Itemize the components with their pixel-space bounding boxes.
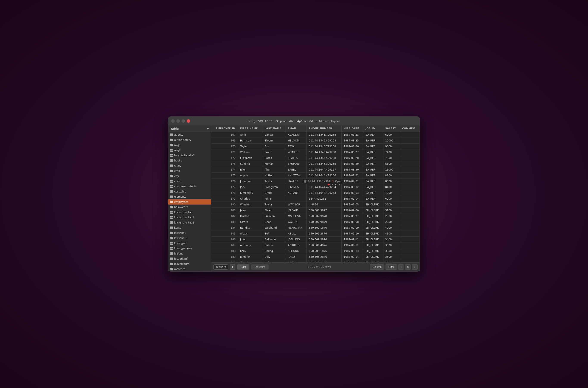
- sidebar-item-klicks_pro_tag2[interactable]: klicks_pro_tag2: [168, 220, 211, 225]
- cell-data: Bloom: [262, 138, 286, 144]
- cell-id: 172: [211, 155, 238, 161]
- table-row[interactable]: 186JuliaDellingerJDELLING650.509.3876198…: [211, 237, 420, 242]
- window-title: PostgreSQL 10.11 : PG prod : dbmq4p6tsce…: [248, 120, 340, 123]
- table-row[interactable]: 167AmitBandaABANDA011.44.1346.7292681987…: [211, 132, 420, 138]
- table-row[interactable]: 188KellyChungKCHUNG650.505.18761987-09-1…: [211, 248, 420, 254]
- cell-data: NSARCHAN: [286, 225, 306, 231]
- popover-dot: [328, 183, 330, 185]
- table-row[interactable]: 176JonathonTaylorJTAYLOR011.44.1644.4292…: [211, 178, 420, 184]
- nav-prev-button[interactable]: ‹: [398, 264, 404, 270]
- sidebar-item-beispieltabelle1[interactable]: beispieltabelle1: [168, 153, 211, 158]
- table-row[interactable]: 170TaylerFoxTFOX011.44.1343.7292681987-0…: [211, 144, 420, 149]
- sidebar-item-lezione[interactable]: lezione: [168, 251, 211, 256]
- sidebar-item-citta[interactable]: citta: [168, 168, 211, 173]
- sidebar-dropdown-icon[interactable]: ▼: [207, 127, 209, 130]
- table-icon: [170, 165, 173, 167]
- sidebar-item-elements[interactable]: elements: [168, 194, 211, 199]
- table-row[interactable]: 187AnthonyCabrioACABRIO650.509.48761987-…: [211, 242, 420, 248]
- table-row[interactable]: 179CharlesJohns1644.4292621987-09-04SA_R…: [211, 196, 420, 202]
- cell-data: 8400: [383, 184, 400, 190]
- cell-data: Alexis: [238, 231, 262, 237]
- table-row[interactable]: 182MarthaSullivanMSULLIVA650.507.9878198…: [211, 213, 420, 219]
- sidebar-item-klicks_pro_tag[interactable]: klicks_pro_tag: [168, 210, 211, 215]
- sidebar-item-halavorato[interactable]: halavorato: [168, 205, 211, 210]
- sidebar-item-losverkäufe[interactable]: losverkäufe: [168, 261, 211, 267]
- sidebar-item-customer_intents[interactable]: customer_intents: [168, 184, 211, 189]
- sidebar-item-airline-safety[interactable]: airline-safety: [168, 137, 211, 143]
- cell-data: [400, 254, 420, 260]
- nav-next-button[interactable]: ›: [412, 264, 418, 270]
- table-row[interactable]: 174EllenAbelEABEL011.44.1644.4292671987-…: [211, 167, 420, 173]
- sidebar-item-kurseneu[interactable]: kurseneu: [168, 230, 211, 236]
- maximize-button[interactable]: □: [182, 119, 185, 123]
- table-row[interactable]: 172ElizabethBatesEBATES011.44.1343.52926…: [211, 155, 420, 161]
- table-icon: [170, 232, 173, 234]
- col-header-phone_number[interactable]: PHONE_NUMBER: [306, 125, 341, 132]
- popover-close-icon[interactable]: ✕: [331, 183, 334, 186]
- sidebar-item-custtable[interactable]: custtable: [168, 189, 211, 194]
- refresh-button[interactable]: ↻: [405, 264, 411, 270]
- table-row[interactable]: 169HarrisonBloomHBLOOM011.44.1343.829268…: [211, 138, 420, 144]
- cell-data: Alyssa: [238, 173, 262, 178]
- bottom-right-controls: Column Filter ‹ ↻ ›: [370, 264, 418, 270]
- cell-data: Charles: [238, 196, 262, 202]
- cell-data: Girard: [238, 219, 262, 225]
- table-area[interactable]: EMPLOYEE_IDFIRST_NAMELAST_NAMEEMAILPHONE…: [211, 125, 420, 262]
- filter-button[interactable]: Filter: [386, 264, 397, 270]
- sidebar-item-avg1[interactable]: avg1: [168, 143, 211, 148]
- table-row[interactable]: 173SunditaKumarSKUMAR011.44.1343.3292681…: [211, 161, 420, 167]
- structure-tab-button[interactable]: Structure: [251, 265, 269, 269]
- cell-data: [400, 237, 420, 242]
- table-row[interactable]: 180WinstonTaylorWTAYLOR…98761987-09-05SH…: [211, 202, 420, 208]
- col-header-salary[interactable]: SALARY: [383, 125, 400, 132]
- sidebar-item-books[interactable]: books: [168, 158, 211, 163]
- col-header-employee_id[interactable]: EMPLOYEE_ID: [211, 125, 238, 132]
- col-header-job_id[interactable]: JOB_ID: [363, 125, 383, 132]
- col-header-commiss[interactable]: COMMISS: [400, 125, 420, 132]
- sidebar-item-kurse[interactable]: kurse: [168, 225, 211, 230]
- table-row[interactable]: 185AlexisBullABULL650.509.28761987-09-10…: [211, 231, 420, 237]
- sidebar-item-city[interactable]: city: [168, 173, 211, 179]
- sidebar-item-cities[interactable]: cities: [168, 163, 211, 168]
- data-tab-button[interactable]: Data: [237, 265, 249, 269]
- table-row[interactable]: 171WilliamSmithWSMITH011.44.1343.6292681…: [211, 149, 420, 155]
- col-header-last_name[interactable]: LAST_NAME: [262, 125, 286, 132]
- sidebar-item-losverkauf[interactable]: losverkauf: [168, 256, 211, 261]
- popover-help-icon[interactable]: ?: [339, 183, 340, 186]
- popover-settings-icon[interactable]: ⚙: [335, 183, 338, 186]
- schema-selector[interactable]: public ▼: [213, 265, 228, 269]
- sidebar-item-employees[interactable]: employees: [168, 199, 211, 205]
- sidebar-item-agents[interactable]: agents: [168, 132, 211, 137]
- table-row[interactable]: 177JackLivingstonJLIVINGS011.44.1644.429…: [211, 184, 420, 190]
- table-row[interactable]: 184NanditaSarchandNSARCHAN650.509.187619…: [211, 225, 420, 231]
- close-button[interactable]: ✕: [187, 119, 190, 123]
- cell-data: SA_REP: [363, 149, 383, 155]
- table-row[interactable]: 178KimberelyGrantKGRANT011.44.1644.42926…: [211, 190, 420, 196]
- cell-data: JLIVINGS: [286, 184, 306, 190]
- minimize-button[interactable]: –: [176, 119, 180, 123]
- cell-data: 1987-08-25: [341, 138, 363, 144]
- table-row[interactable]: 190TimothyGatesTGATES650.505.38761987-09…: [211, 260, 420, 263]
- power-button[interactable]: ⏻: [171, 119, 175, 123]
- sidebar-item-corso[interactable]: corso: [168, 179, 211, 184]
- col-header-first_name[interactable]: FIRST_NAME: [238, 125, 262, 132]
- cell-data: Fox: [262, 144, 286, 149]
- cell-id: 171: [211, 149, 238, 155]
- table-row[interactable]: 183GirardGeoniGGEONI650.507.98791987-09-…: [211, 219, 420, 225]
- sidebar-item-kurstypenneu[interactable]: kurstypenneu: [168, 246, 211, 251]
- sidebar-item-kurseneu1[interactable]: kurseneu1: [168, 236, 211, 241]
- col-header-email[interactable]: EMAIL: [286, 125, 306, 132]
- cell-id: 176: [211, 178, 238, 184]
- sidebar-item-avg2[interactable]: avg2: [168, 148, 211, 153]
- table-row[interactable]: 189JenniferDillyJDILLY650.505.28761987-0…: [211, 254, 420, 260]
- add-table-button[interactable]: +: [230, 264, 235, 270]
- sidebar-item-klicks_pro_tag1[interactable]: klicks_pro_tag1: [168, 215, 211, 220]
- table-row[interactable]: 181JeanFleaurJFLEAUR650.507.98771987-09-…: [211, 208, 420, 213]
- sidebar-item-matches[interactable]: matches: [168, 267, 211, 271]
- cell-data: [400, 231, 420, 237]
- col-header-hire_date[interactable]: HIRE_DATE: [341, 125, 363, 132]
- sidebar-item-kurstypen[interactable]: kurstypen: [168, 241, 211, 246]
- column-button[interactable]: Column: [370, 264, 384, 270]
- table-row[interactable]: 175AlyssaHuttonAHUTTON011.44.1644.429266…: [211, 173, 420, 178]
- cell-data: SH_CLERK: [363, 202, 383, 208]
